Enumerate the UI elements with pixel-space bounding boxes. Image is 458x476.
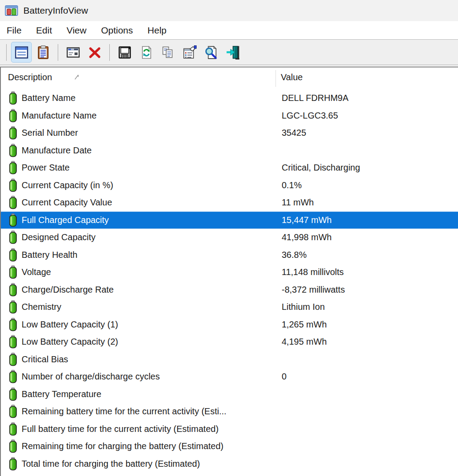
row-description: Critical Bias [22,354,282,364]
row-value: DELL FDRHM9A [282,93,349,103]
row-description: Remaining time for charging the battery … [22,441,282,451]
battery-icon [9,126,17,140]
table-row[interactable]: Power State Critical, Discharging [1,159,458,177]
battery-icon [9,439,17,453]
table-row[interactable]: Remaining battery time for the current a… [1,403,458,420]
table-row[interactable]: Current Capacity Value 11 mWh [1,194,458,212]
toolbar [0,39,458,65]
menu-bar: File Edit View Options Help [0,21,458,39]
menu-file[interactable]: File [7,25,22,36]
row-value: 11,148 millivolts [282,267,344,277]
columns-window-icon [66,45,81,60]
delete-button[interactable] [84,42,105,63]
row-description: Designed Capacity [22,232,282,242]
floppy-disk-icon [117,45,132,60]
battery-icon [9,335,17,349]
properties-hand-icon [182,45,197,60]
row-value: 1,265 mWh [282,320,327,330]
row-value: 35425 [282,128,306,138]
exit-button[interactable] [222,42,243,63]
copy-icon [160,45,175,60]
red-x-icon [87,45,102,60]
table-row[interactable]: Critical Bias [1,351,458,368]
table-row[interactable]: Chemistry Lithium Ion [1,298,458,316]
table-row[interactable]: Low Battery Capacity (1) 1,265 mWh [1,316,458,334]
table-row[interactable]: Serial Number 35425 [1,124,458,142]
table-row[interactable]: Current Capacity (in %) 0.1% [1,177,458,194]
row-description: Charge/Discharge Rate [22,285,282,295]
table-row[interactable]: Number of charge/discharge cycles 0 [1,368,458,386]
battery-icon [9,387,17,401]
row-description: Remaining battery time for the current a… [22,406,282,416]
battery-icon [9,91,17,105]
toolbar-separator [6,44,7,61]
table-row[interactable]: Total time for charging the battery (Est… [1,455,458,473]
row-description: Battery Temperature [22,389,282,399]
row-value: Critical, Discharging [282,163,360,173]
menu-options[interactable]: Options [101,25,133,36]
find-icon [204,45,219,60]
save-button[interactable] [114,42,135,63]
battery-info-view-button[interactable] [11,42,32,63]
column-divider[interactable] [276,70,276,87]
table-row[interactable]: Battery Name DELL FDRHM9A [1,89,458,107]
row-value: 0 [282,372,287,382]
column-header-description[interactable]: Description [8,72,52,82]
battery-info-list: Description Value Battery Name DELL FDRH… [0,67,458,476]
refresh-icon [139,45,154,60]
battery-log-view-button[interactable] [33,42,53,63]
app-icon [5,5,18,16]
table-row[interactable]: Low Battery Capacity (2) 4,195 mWh [1,333,458,351]
row-value: 36.8% [282,250,307,260]
menu-edit[interactable]: Edit [36,25,52,36]
find-button[interactable] [201,42,221,63]
menu-view[interactable]: View [67,25,86,36]
table-row[interactable]: Manufacture Name LGC-LGC3.65 [1,107,458,125]
row-description: Current Capacity (in %) [22,180,282,190]
battery-icon [9,370,17,383]
title-bar: BatteryInfoView [0,0,458,21]
menu-help[interactable]: Help [148,25,167,36]
row-value: -8,372 milliwatts [282,285,345,295]
battery-icon [9,353,17,366]
choose-columns-button[interactable] [63,42,83,63]
list-header: Description Value [1,67,458,89]
table-row[interactable]: Remaining time for charging the battery … [1,438,458,455]
row-description: Chemistry [22,302,282,312]
battery-icon [9,144,17,157]
battery-icon [9,318,17,331]
table-row[interactable]: Voltage 11,148 millivolts [1,264,458,281]
table-row[interactable]: Full battery time for the current activi… [1,420,458,438]
battery-icon [9,178,17,192]
table-row[interactable]: Designed Capacity 41,998 mWh [1,229,458,246]
toolbar-separator [58,44,58,61]
battery-icon [9,283,17,297]
window-title: BatteryInfoView [23,5,88,16]
row-description: Low Battery Capacity (2) [22,337,282,347]
row-value: 0.1% [282,180,302,190]
row-description: Battery Name [22,93,282,103]
row-description: Total time for charging the battery (Est… [22,459,282,469]
row-value: 11 mWh [282,197,314,208]
battery-icon [9,422,17,436]
copy-button[interactable] [157,42,178,63]
toolbar-separator [109,44,110,61]
row-description: Full battery time for the current activi… [22,424,282,434]
row-description: Number of charge/discharge cycles [22,372,282,382]
battery-icon [9,300,17,314]
table-row[interactable]: Manufacture Date [1,142,458,160]
battery-icon [9,457,17,471]
table-row[interactable]: Full Charged Capacity 15,447 mWh [1,212,458,229]
table-row[interactable]: Battery Temperature [1,386,458,403]
row-description: Battery Health [22,250,282,260]
report-view-icon [14,45,29,60]
column-header-value[interactable]: Value [281,72,303,82]
row-description: Serial Number [22,128,282,138]
properties-button[interactable] [179,42,200,63]
sort-ascending-icon [74,74,79,82]
refresh-button[interactable] [136,42,156,63]
table-row[interactable]: Battery Health 36.8% [1,246,458,264]
table-row[interactable]: Charge/Discharge Rate -8,372 milliwatts [1,281,458,299]
row-description: Power State [22,163,282,173]
battery-icon [9,161,17,175]
